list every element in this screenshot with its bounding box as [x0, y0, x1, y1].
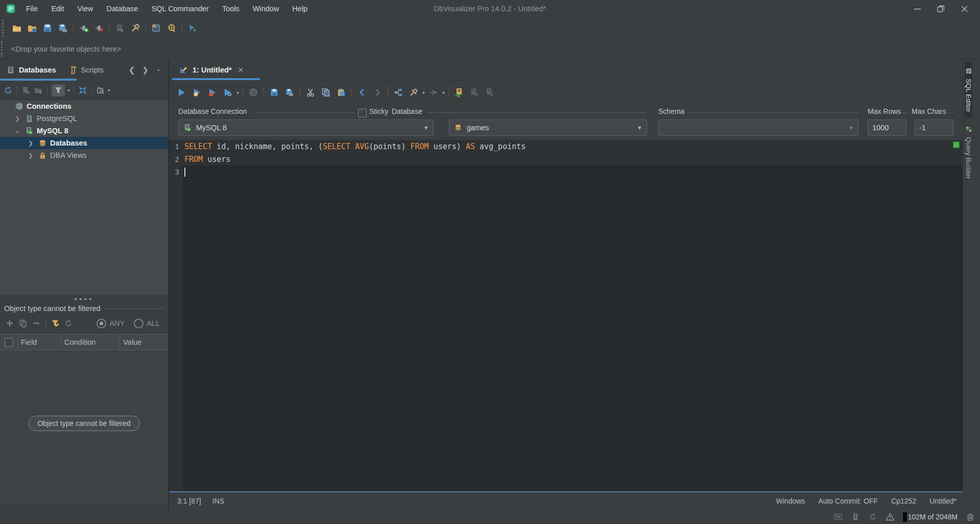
status-autocommit[interactable]: Auto Commit: OFF	[818, 497, 878, 505]
connections-globe-icon	[14, 102, 23, 111]
edit-filter-icon[interactable]	[51, 319, 60, 328]
code-line[interactable]: 2FROM users	[169, 153, 963, 165]
tab-manager-icon[interactable]	[833, 512, 843, 521]
menu-database[interactable]: Database	[100, 0, 145, 17]
warning-icon[interactable]	[886, 512, 895, 521]
tab-scripts-label: Scripts	[81, 66, 104, 74]
connections-status-icon[interactable]	[851, 512, 860, 521]
tab-close-icon[interactable]: ✕	[238, 66, 244, 74]
garbage-collect-icon[interactable]	[966, 512, 975, 521]
disconnect-icon[interactable]	[93, 22, 105, 34]
data-monitor-icon[interactable]	[150, 22, 162, 34]
menu-tools[interactable]: Tools	[216, 0, 246, 17]
tab-nav-next-icon[interactable]: ❯	[142, 65, 149, 75]
copy-icon[interactable]	[320, 87, 331, 98]
column-header-field[interactable]: Field	[17, 335, 61, 350]
locate-options-chevron-icon[interactable]: ▾	[108, 87, 110, 93]
minimize-button[interactable]	[905, 0, 929, 17]
menu-window[interactable]: Window	[246, 0, 286, 17]
tree-row-dba-views[interactable]: ❯ DBA Views	[0, 149, 168, 161]
add-server-icon	[114, 22, 126, 34]
open-file-icon[interactable]	[11, 22, 23, 34]
sticky-checkbox[interactable]	[358, 109, 367, 117]
radio-all[interactable]: ALL	[134, 319, 160, 328]
save-sql-as-icon[interactable]	[284, 87, 295, 98]
editor-tab-untitled[interactable]: 1: Untitled* ✕	[174, 59, 249, 80]
refresh-tree-icon[interactable]	[4, 86, 13, 95]
save-sql-icon[interactable]	[269, 87, 280, 98]
database-combo[interactable]: games ▼	[449, 120, 647, 136]
filter-tree-button[interactable]	[52, 84, 65, 97]
collapse-all-icon[interactable]	[78, 86, 87, 95]
close-button[interactable]	[952, 0, 976, 17]
driver-manager-icon[interactable]	[165, 22, 178, 34]
sql-code-area[interactable]: 1SELECT id, nickname, points, (SELECT AV…	[169, 140, 963, 491]
code-line[interactable]: 1SELECT id, nickname, points, (SELECT AV…	[169, 140, 963, 153]
new-bookmark-icon[interactable]	[186, 22, 199, 34]
locate-in-tree-icon[interactable]	[96, 86, 105, 95]
max-rows-input[interactable]	[868, 120, 906, 136]
panel-splitter-handle[interactable]: ••••	[0, 295, 168, 303]
tree-row-mysql8[interactable]: ⌄ MySQL 8	[0, 125, 168, 137]
toolbar-grip[interactable]	[2, 19, 6, 37]
tab-list-chevron-icon[interactable]: ⌄	[156, 65, 161, 75]
code-line[interactable]: 3	[169, 165, 963, 178]
settings-chevron-icon[interactable]: ▾	[422, 90, 425, 96]
favorites-drop-bar[interactable]: <Drop your favorite objects here>	[0, 39, 980, 59]
menu-sql-commander[interactable]: SQL Commander	[145, 0, 216, 17]
left-tab-strip: Databases Scripts ❮ ❯ ⌄	[0, 59, 168, 81]
tree-row-connections[interactable]: Connections	[0, 100, 168, 112]
tab-scripts[interactable]: Scripts	[62, 59, 110, 81]
save-icon[interactable]	[41, 22, 54, 34]
editor-tab-label: 1: Untitled*	[193, 66, 232, 74]
tool-properties-icon[interactable]	[129, 22, 141, 34]
tab-databases[interactable]: Databases	[0, 59, 62, 81]
active-tab-indicator	[172, 78, 260, 80]
column-header-condition[interactable]: Condition	[61, 335, 119, 350]
execute-icon[interactable]	[176, 87, 187, 98]
connections-tree: Connections ❯ PostgreSQL ⌄ MySQL 8 ❯ Dat…	[0, 100, 168, 295]
filter-header-checkbox[interactable]	[5, 338, 13, 347]
sql-editor-panel: 1: Untitled* ✕ ▾ ▾ ▾ Databa	[169, 59, 963, 510]
app-logo-icon	[6, 4, 15, 13]
schema-combo[interactable]: ▼	[658, 120, 858, 136]
format-sql-icon[interactable]	[393, 87, 404, 98]
combo-chevron-icon: ▼	[637, 125, 642, 131]
collapse-chevron-icon[interactable]: ⌄	[13, 128, 21, 134]
column-header-value[interactable]: Value	[119, 335, 168, 350]
connect-icon[interactable]	[78, 22, 90, 34]
cut-icon[interactable]	[305, 87, 316, 98]
expand-chevron-icon[interactable]: ❯	[27, 140, 35, 147]
tree-row-postgresql[interactable]: ❯ PostgreSQL	[0, 112, 168, 125]
save-as-icon[interactable]	[57, 22, 69, 34]
editor-settings-wrench-icon[interactable]	[408, 87, 419, 98]
save-db-icon	[469, 87, 480, 98]
expand-chevron-icon[interactable]: ❯	[13, 115, 21, 122]
tab-nav-prev-icon[interactable]: ❮	[129, 65, 135, 75]
join-chevron-icon[interactable]: ▾	[442, 90, 445, 96]
filter-options-chevron-icon[interactable]: ▾	[67, 87, 70, 93]
execute-explain-icon[interactable]	[222, 87, 233, 98]
execute-current-icon[interactable]	[192, 87, 203, 98]
vtab-sql-editor[interactable]: SQL Editor	[965, 62, 972, 117]
status-encoding[interactable]: Cp1252	[891, 497, 916, 505]
commit-db-icon[interactable]	[453, 87, 465, 98]
dropbar-grip[interactable]	[1, 41, 5, 57]
expand-chevron-icon[interactable]: ❯	[27, 152, 35, 159]
menu-help[interactable]: Help	[285, 0, 314, 17]
back-icon[interactable]	[356, 87, 368, 98]
connection-combo[interactable]: MySQL 8 ▼	[178, 120, 434, 136]
radio-any[interactable]: ANY	[97, 319, 125, 328]
execute-options-chevron-icon[interactable]: ▾	[236, 90, 239, 96]
paste-icon[interactable]	[336, 87, 347, 98]
max-chars-input[interactable]	[915, 120, 953, 136]
menu-view[interactable]: View	[70, 0, 100, 17]
open-file-settings-icon[interactable]	[26, 22, 38, 34]
restore-button[interactable]	[929, 0, 952, 17]
menu-file[interactable]: File	[19, 0, 44, 17]
memory-monitor[interactable]: 102M of 2048M	[903, 512, 958, 522]
vtab-query-builder[interactable]: Query Builder	[965, 121, 972, 184]
execute-buffer-icon[interactable]	[207, 87, 218, 98]
tree-row-databases[interactable]: ❯ Databases	[0, 137, 168, 149]
menu-edit[interactable]: Edit	[44, 0, 70, 17]
